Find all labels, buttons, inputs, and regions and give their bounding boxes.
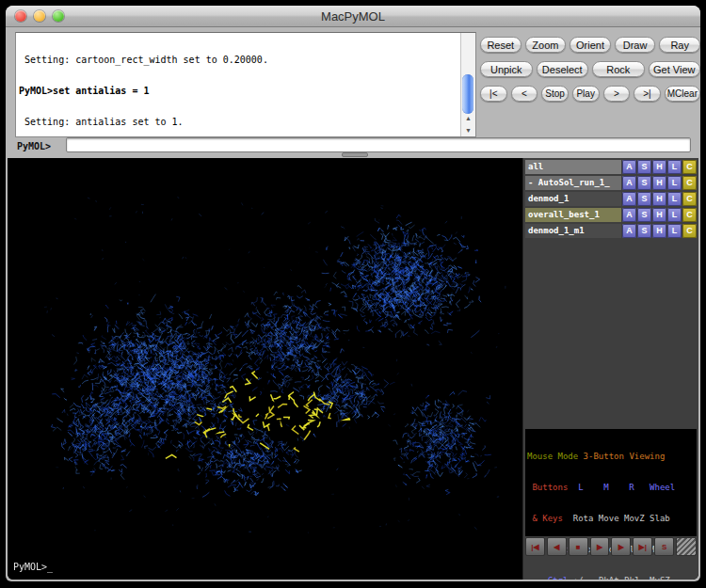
color-menu-button[interactable]: C [682,208,697,222]
unpick-button[interactable]: Unpick [480,61,533,77]
show-menu-button[interactable]: S [637,224,651,238]
mouse-matrix-line: & Keys Rota Move MovZ Slab [527,514,695,524]
movie-stop-button[interactable]: Stop [541,86,569,102]
color-menu-button[interactable]: C [682,176,697,190]
movie-scene-button[interactable]: S [654,537,674,556]
show-menu-button[interactable]: S [637,192,651,206]
movie-end-button[interactable]: ▶| [633,537,652,556]
hide-menu-button[interactable]: H [652,224,666,238]
movie-next-button[interactable]: ▶ [611,537,631,556]
log-line: Setting: antialias set to 1. [19,117,459,127]
mouse-mode-line[interactable]: Mouse Mode 3-Button Viewing [527,452,695,462]
window-title: MacPyMOL [6,9,700,24]
action-menu-button[interactable]: A [622,208,636,222]
prompt-label: PyMOL> [17,141,51,151]
movie-stop-icon[interactable]: ■ [569,537,588,556]
ray-button[interactable]: Ray [659,37,700,53]
log-line: PyMOL>set antialias = 1 [19,86,459,96]
splitter-handle[interactable] [342,152,368,157]
action-menu-button[interactable]: A [622,224,636,238]
object-list: all A S H L C - AutoSol_run_1_ A S H L C… [525,160,697,240]
object-panel: all A S H L C - AutoSol_run_1_ A S H L C… [522,158,698,580]
action-menu-button[interactable]: A [622,192,636,206]
scroll-down-icon[interactable]: ▼ [461,124,475,136]
object-name[interactable]: denmod_1 [525,192,621,206]
console-scrollbar[interactable]: ▲ ▼ [460,33,475,136]
label-menu-button[interactable]: L [667,224,682,238]
object-name[interactable]: - AutoSol_run_1_ [525,176,621,190]
resize-grip[interactable] [676,537,697,556]
get-view-button[interactable]: Get View [649,61,701,77]
zoom-button[interactable]: Zoom [525,37,567,53]
title-bar[interactable]: MacPyMOL [6,6,700,27]
scrollbar-thumb[interactable] [462,74,473,114]
deselect-button[interactable]: Deselect [537,61,589,77]
movie-first-button[interactable]: |< [480,86,507,102]
show-menu-button[interactable]: S [637,160,651,174]
action-menu-button[interactable]: A [622,176,636,190]
mouse-matrix-line: Ctrl +/- PkAt Pk1 MvSZ [527,576,695,580]
object-row: all A S H L C [525,160,697,174]
toolbar: Reset Zoom Orient Draw Ray Unpick Desele… [480,37,700,110]
rock-button[interactable]: Rock [592,61,645,77]
movie-play-button[interactable]: Play [572,86,600,102]
hide-menu-button[interactable]: H [652,192,666,206]
object-name[interactable]: overall_best_1 [525,208,621,222]
orient-button[interactable]: Orient [570,37,611,53]
object-row: overall_best_1 A S H L C [525,208,697,222]
viewport-canvas[interactable] [8,158,522,580]
movie-back-button[interactable]: < [511,86,538,102]
mouse-mode-label: Mouse Mode [527,452,584,461]
action-menu-button[interactable]: A [622,160,636,174]
console-log[interactable]: Setting: cartoon_rect_width set to 0.200… [15,32,476,137]
hide-menu-button[interactable]: H [652,160,666,174]
object-row: denmod_1 A S H L C [525,192,697,206]
log-line: Setting: cartoon_rect_width set to 0.200… [19,55,459,65]
mouse-mode-panel: Mouse Mode 3-Button Viewing Buttons L M … [525,429,697,536]
color-menu-button[interactable]: C [682,224,697,238]
object-name[interactable]: denmod_1_m1 [525,224,621,238]
movie-rewind-button[interactable]: |◀ [525,537,545,556]
movie-controls: |◀ ◀ ■ ▶ ▶ ▶| S [525,537,697,555]
reset-button[interactable]: Reset [480,37,521,53]
label-menu-button[interactable]: L [667,160,682,174]
scroll-up-icon[interactable]: ▲ [461,112,475,124]
console-log-text: Setting: cartoon_rect_width set to 0.200… [19,34,459,135]
mouse-mode-value[interactable]: 3-Button Viewing [584,452,666,461]
draw-button[interactable]: Draw [615,37,656,53]
show-menu-button[interactable]: S [637,208,651,222]
viewport[interactable]: PyMOL>_ [8,158,522,580]
movie-play-icon[interactable]: ▶ [590,537,610,556]
main-window: MacPyMOL Setting: cartoon_rect_width set… [6,6,700,581]
command-input[interactable] [66,137,691,152]
main-area: PyMOL>_ all A S H L C - AutoSol_run_1_ A… [8,158,698,580]
hide-menu-button[interactable]: H [652,208,666,222]
mouse-matrix-line: Buttons L M R Wheel [527,483,695,493]
object-row: - AutoSol_run_1_ A S H L C [525,176,697,190]
object-name[interactable]: all [525,160,621,174]
hide-menu-button[interactable]: H [652,176,666,190]
movie-last-button[interactable]: >| [634,86,661,102]
show-menu-button[interactable]: S [637,176,651,190]
color-menu-button[interactable]: C [682,192,697,206]
movie-forward-button[interactable]: > [603,86,631,102]
object-row: denmod_1_m1 A S H L C [525,224,697,238]
viewport-prompt: PyMOL>_ [13,562,53,572]
label-menu-button[interactable]: L [667,192,682,206]
label-menu-button[interactable]: L [667,208,682,222]
color-menu-button[interactable]: C [682,160,697,174]
movie-prev-button[interactable]: ◀ [547,537,567,556]
label-menu-button[interactable]: L [667,176,682,190]
mclear-button[interactable]: MClear [665,86,700,102]
